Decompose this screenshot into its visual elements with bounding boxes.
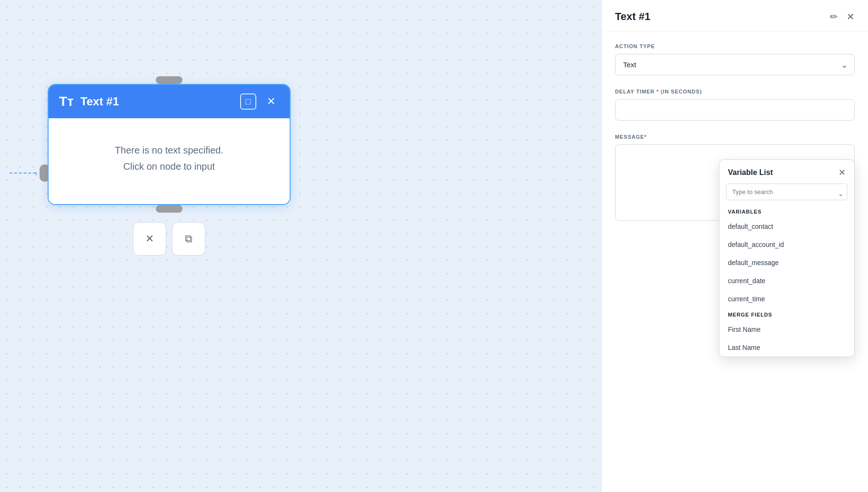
node-header: Tт Text #1 □ ✕ <box>49 85 290 118</box>
node-header-actions: □ ✕ <box>240 93 279 110</box>
variable-list-popup: Variable List ✕ ⌄ VARIABLES default_cont… <box>719 159 855 357</box>
node-close-button[interactable]: ✕ <box>263 93 279 110</box>
vl-item-default-contact[interactable]: default_contact <box>719 217 854 236</box>
delay-timer-required: * <box>656 89 659 94</box>
node-body: There is no text specified. Click on nod… <box>49 118 290 204</box>
vl-merge-fields-section-label: MERGE FIELDS <box>719 308 854 320</box>
vl-header: Variable List ✕ <box>719 160 854 184</box>
node-action-buttons: ✕ ⧉ <box>133 222 205 256</box>
vl-search-input[interactable] <box>726 184 848 200</box>
action-type-wrapper: Text Image Audio Video ⌄ <box>615 54 855 75</box>
arrow-line <box>10 173 36 174</box>
panel-edit-button[interactable]: ✏ <box>830 11 838 22</box>
message-required: * <box>644 134 646 140</box>
action-type-select[interactable]: Text Image Audio Video <box>615 54 855 75</box>
delay-timer-input[interactable]: 0 <box>615 99 855 121</box>
vl-item-first-name[interactable]: First Name <box>719 320 854 338</box>
vl-item-last-name[interactable]: Last Name <box>719 338 854 357</box>
vl-body: VARIABLES default_contact default_accoun… <box>719 205 854 357</box>
delay-timer-section: DELAY TIMER * (IN SECONDS) 0 <box>615 89 855 121</box>
node-maximize-button[interactable]: □ <box>240 93 256 110</box>
message-label: MESSAGE* <box>615 134 855 140</box>
canvas-area: › Tт Text #1 □ ✕ There is no text specif… <box>0 0 601 492</box>
arrow-connector: › <box>10 164 50 182</box>
action-type-section: ACTION TYPE Text Image Audio Video ⌄ <box>615 43 855 75</box>
vl-title: Variable List <box>728 168 773 177</box>
node-header-left: Tт Text #1 <box>59 95 119 108</box>
panel-header-actions: ✏ ✕ <box>830 11 855 22</box>
vl-variables-section-label: VARIABLES <box>719 205 854 217</box>
panel-title: Text #1 <box>615 10 650 23</box>
delay-timer-label: DELAY TIMER * (IN SECONDS) <box>615 89 855 94</box>
node-card[interactable]: Tт Text #1 □ ✕ There is no text specifie… <box>48 84 291 205</box>
node-container: Tт Text #1 □ ✕ There is no text specifie… <box>48 76 291 256</box>
vl-close-button[interactable]: ✕ <box>838 167 846 178</box>
action-type-label: ACTION TYPE <box>615 43 855 49</box>
node-delete-button[interactable]: ✕ <box>133 222 166 256</box>
arrow-head: › <box>35 168 38 178</box>
node-body-line1: There is no text specified. <box>115 142 223 158</box>
node-card-title: Text #1 <box>81 95 119 108</box>
vl-search-wrapper: ⌄ <box>719 184 854 205</box>
panel-header: Text #1 ✏ ✕ <box>602 0 868 32</box>
vl-item-current-time[interactable]: current_time <box>719 290 854 308</box>
vl-item-default-account-id[interactable]: default_account_id <box>719 236 854 254</box>
node-copy-button[interactable]: ⧉ <box>172 222 205 256</box>
vl-item-default-message[interactable]: default_message <box>719 254 854 272</box>
node-body-line2: Click on node to input <box>123 158 215 174</box>
node-bottom-handle[interactable] <box>156 205 182 213</box>
panel-close-button[interactable]: ✕ <box>847 11 855 22</box>
right-panel: Text #1 ✏ ✕ ACTION TYPE Text Image Audio… <box>601 0 868 492</box>
vl-item-current-date[interactable]: current_date <box>719 272 854 290</box>
node-type-icon: Tт <box>59 95 74 108</box>
node-top-handle[interactable] <box>156 76 182 84</box>
